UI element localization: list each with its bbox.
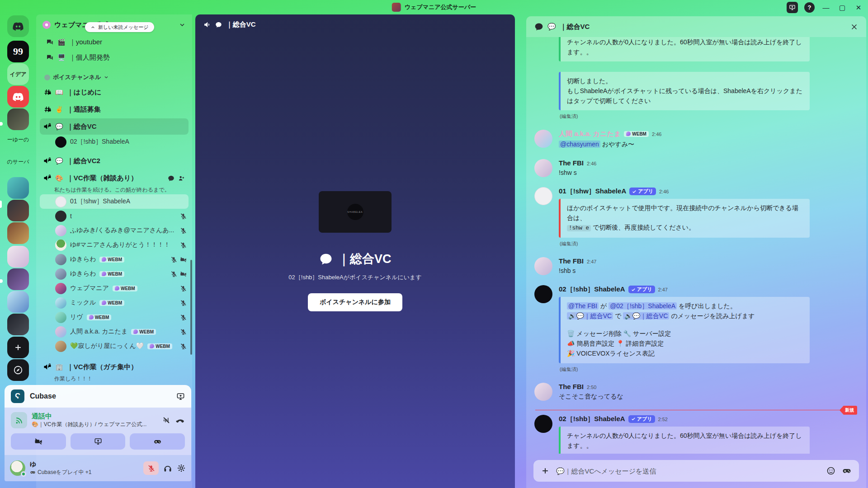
channel-hajimeni[interactable]: 📖 ｜はじめに	[40, 84, 189, 100]
voice-status-label[interactable]: 通話中	[32, 412, 158, 421]
emoji-picker-icon[interactable]	[826, 466, 835, 475]
new-unread-banner[interactable]: 新しい未読メッセージ	[85, 22, 154, 32]
avatar[interactable]	[534, 187, 552, 205]
message-author[interactable]: The FBI	[559, 159, 584, 167]
add-server-button[interactable]	[7, 337, 29, 358]
avatar	[55, 283, 66, 294]
server-label-partial[interactable]: のサーバ	[7, 158, 29, 165]
channel-vc-work-chat[interactable]: 🎨 ｜VC作業（雑談あり）	[40, 170, 189, 186]
camera-off-icon	[34, 437, 42, 446]
voice-location[interactable]: 🎨｜VC作業（雑談あり）/ ウェブマニア公式...	[32, 421, 158, 428]
settings-gear-icon[interactable]	[177, 464, 186, 473]
message-author[interactable]: The FBI	[559, 257, 584, 265]
chat-header: 💬 ｜総合VC	[526, 16, 866, 37]
explore-servers-button[interactable]	[7, 359, 29, 381]
mic-mute-button[interactable]	[143, 461, 159, 475]
voice-user-row[interactable]: ウェブマニア WEBM	[36, 281, 192, 296]
voice-user-row[interactable]: 人間 a.k.a. カニたま WEBM	[36, 324, 192, 339]
server-label-partial[interactable]: ーゆーの	[7, 136, 29, 143]
sidebar-scrollbar[interactable]	[190, 260, 192, 355]
channel-kojin-kaihatsu[interactable]: 🖥️ ｜個人開発勢	[36, 51, 192, 64]
voice-user-row[interactable]: ゆ#マニアさんありがとう！！！！	[36, 238, 192, 252]
server-item-avatar[interactable]	[7, 200, 29, 221]
screen-share-button[interactable]	[71, 433, 126, 450]
activity-card[interactable]: Ϛ Cubase	[5, 385, 191, 408]
avatar[interactable]	[534, 257, 552, 275]
titlebar-center: ウェブマニア公式サーバー	[392, 0, 476, 14]
avatar[interactable]	[534, 415, 552, 433]
avatar[interactable]	[534, 285, 552, 303]
server-item-red-discord[interactable]	[7, 86, 29, 108]
message-author[interactable]: The FBI	[559, 383, 584, 390]
channel-status-text: 作業しろ！！！	[36, 375, 192, 383]
server-item-avatar[interactable]	[7, 291, 29, 313]
message-text: @chasyumen おやすみ〜	[559, 140, 856, 149]
noise-suppression-icon[interactable]	[162, 416, 170, 424]
disconnect-call-icon[interactable]	[176, 416, 185, 425]
deafen-button[interactable]	[163, 464, 172, 473]
check-icon	[631, 287, 636, 292]
close-icon[interactable]	[850, 23, 858, 31]
activities-button[interactable]	[130, 433, 185, 450]
message-author[interactable]: 02［!shb］ShabeleA	[559, 415, 625, 423]
attach-plus-icon[interactable]	[541, 466, 550, 475]
camera-toggle-button[interactable]	[11, 433, 66, 450]
voice-user-row[interactable]: 01［!shw］ShabeleA	[40, 194, 189, 209]
message-author[interactable]: 01［!shw］ShabeleA	[559, 187, 626, 196]
user-info[interactable]: ゆ Cubaseをプレイ中 +1	[30, 460, 139, 476]
server-item-avatar[interactable]	[7, 177, 29, 199]
voice-user-row[interactable]: t	[36, 209, 192, 223]
voice-user-row[interactable]: ゆきらわ WEBM	[36, 267, 192, 281]
maximize-button[interactable]: ▢	[837, 4, 847, 12]
close-window-button[interactable]: ✕	[854, 4, 863, 12]
server-item-avatar[interactable]	[7, 108, 29, 130]
game-controller-icon[interactable]	[842, 466, 852, 476]
invite-member-icon[interactable]	[178, 175, 185, 182]
window-title: ウェブマニア公式サーバー	[405, 3, 476, 11]
minimize-button[interactable]: —	[821, 4, 831, 11]
avatar[interactable]	[10, 460, 25, 476]
message-author[interactable]: 人間 a.k.a. カニたま	[559, 130, 621, 138]
server-item-avatar[interactable]	[7, 246, 29, 267]
message-input[interactable]	[556, 467, 820, 475]
help-icon[interactable]: ?	[804, 2, 815, 13]
voice-user-row[interactable]: ふゆみき/くるみき@マニアさんあ...	[36, 223, 192, 238]
user-mention[interactable]: @The FBI	[567, 302, 599, 310]
channel-sogo-vc[interactable]: 💬 ｜総合VC	[40, 118, 189, 135]
voice-user-row[interactable]: ゆきらわ WEBM	[36, 252, 192, 267]
message: チャンネルの人数が0人になりました。60秒間入室が無い場合は読み上げを終了します…	[534, 37, 856, 61]
message-time: 2:47	[658, 287, 668, 292]
webm-role-badge: WEBM	[131, 329, 156, 335]
voice-user-row[interactable]: ミックル WEBM	[36, 296, 192, 310]
user-mention[interactable]: @02［!shb］ShabeleA	[609, 302, 677, 310]
channel-sogo-vc2[interactable]: 💬 ｜総合VC2	[40, 153, 189, 169]
home-button[interactable]	[7, 15, 29, 37]
server-item-avatar[interactable]	[7, 222, 29, 244]
avatar[interactable]	[534, 159, 552, 177]
channel-tsuwa-boshu[interactable]: ✌️ ｜通話募集	[40, 101, 189, 117]
channel-youtuber[interactable]: 🎬 ｜youtuber	[36, 35, 192, 49]
server-item-avatar[interactable]	[7, 314, 29, 335]
user-mention[interactable]: @chasyumen	[559, 141, 600, 148]
join-voice-button[interactable]: ボイスチャンネルに参加	[308, 293, 402, 311]
channel-vc-work-focus[interactable]: 🏢 ｜VC作業（ガチ集中）	[40, 359, 189, 375]
message-list[interactable]: チャンネルの人数が0人になりました。60秒間入室が無い場合は読み上げを終了します…	[526, 37, 866, 454]
server-item-avatar[interactable]	[7, 268, 29, 290]
avatar[interactable]	[534, 130, 552, 148]
voice-user-row[interactable]: リヴ WEBM	[36, 310, 192, 324]
participant-tile[interactable]: SHABELEA	[319, 191, 392, 233]
open-chat-icon[interactable]	[168, 175, 175, 182]
voice-user-row[interactable]: 💚寂しがり屋にっくん🤍 WEBM	[36, 339, 192, 353]
server-item-99[interactable]: 99	[7, 41, 29, 62]
avatar	[55, 312, 66, 323]
voice-user-row[interactable]: 02［!shb］ShabeleA	[36, 135, 192, 149]
message-author[interactable]: 02［!shb］ShabeleA	[559, 285, 625, 294]
server-item-idea[interactable]: イデア	[7, 63, 29, 85]
stream-window-icon[interactable]	[787, 2, 798, 13]
category-voice-channels[interactable]: ボイスチャンネル	[36, 71, 192, 83]
channel-mention[interactable]: 🔊💬｜総合VC	[623, 312, 669, 319]
stream-app-icon[interactable]	[176, 392, 185, 401]
avatar[interactable]	[534, 383, 552, 401]
channel-list: 🎬 ｜youtuber 🖥️ ｜個人開発勢 ボイスチャンネル 📖 ｜はじめに ✌	[36, 35, 192, 384]
channel-mention[interactable]: 🔊💬｜総合VC	[567, 312, 613, 319]
